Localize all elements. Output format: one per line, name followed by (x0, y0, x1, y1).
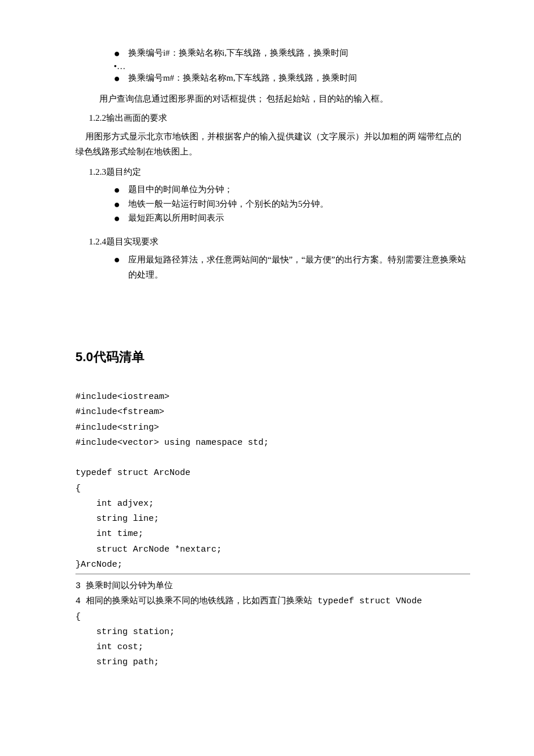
bullet-icon: ● (114, 213, 120, 224)
list-item: ● 应用最短路径算法，求任意两站间的“最快”，“最方便”的出行方案。特别需要注意… (75, 253, 470, 282)
heading-code-listing: 5.0代码清单 (75, 347, 470, 366)
section-123-title: 1.2.3题目约定 (89, 165, 470, 179)
document-page: ● 换乘编号i#：换乘站名称i,下车线路，换乘线路，换乘时间 •… ● 换乘编号… (0, 0, 534, 756)
transfer-bullet-list-2: ● 换乘编号m#：换乘站名称m,下车线路，换乘线路，换乘时间 (75, 71, 470, 85)
section-124-bullets: ● 应用最短路径算法，求任意两站间的“最快”，“最方便”的出行方案。特别需要注意… (75, 253, 470, 282)
transfer-bullet-list: ● 换乘编号i#：换乘站名称i,下车线路，换乘线路，换乘时间 (75, 46, 470, 60)
list-item: ● 换乘编号i#：换乘站名称i,下车线路，换乘线路，换乘时间 (75, 46, 470, 60)
bullet-text: 应用最短路径算法，求任意两站间的“最快”，“最方便”的出行方案。特别需要注意换乘… (128, 253, 470, 282)
footnote-separator (75, 574, 470, 574)
section-124-title: 1.2.4题目实现要求 (89, 235, 470, 249)
ellipsis-row: •… (75, 61, 470, 71)
bullet-text: 最短距离以所用时间表示 (128, 211, 224, 225)
bullet-text: 换乘编号m#：换乘站名称m,下车线路，换乘线路，换乘时间 (128, 71, 358, 85)
list-item: ● 题目中的时间单位为分钟； (75, 183, 470, 196)
bullet-icon: ● (114, 73, 120, 84)
section-122-title: 1.2.2输出画面的要求 (89, 111, 470, 125)
bullet-icon: ● (114, 199, 120, 210)
bullet-icon: ● (114, 254, 120, 265)
list-item: ● 地铁一般一站运行时间3分钟，个别长的站为5分钟。 (75, 197, 470, 211)
footnote-block: 3 换乘时间以分钟为单位 4 相同的换乘站可以换乘不同的地铁线路，比如西直门换乘… (75, 579, 470, 671)
section-122-body: 用图形方式显示北京市地铁图，并根据客户的输入提供建议（文字展示）并以加粗的两 端… (75, 129, 470, 160)
code-block-main: #include<iostream> #include<fstream> #in… (75, 390, 470, 573)
bullet-text: 地铁一般一站运行时间3分钟，个别长的站为5分钟。 (128, 197, 329, 211)
list-item: ● 换乘编号m#：换乘站名称m,下车线路，换乘线路，换乘时间 (75, 71, 470, 85)
bullet-icon: ● (114, 185, 120, 195)
paragraph-user-query: 用户查询信息通过图形界面的对话框提供； 包括起始站，目的站的输入框。 (75, 92, 470, 106)
section-123-bullets: ● 题目中的时间单位为分钟； ● 地铁一般一站运行时间3分钟，个别长的站为5分钟… (75, 183, 470, 225)
bullet-text: 题目中的时间单位为分钟； (128, 183, 233, 196)
list-item: ● 最短距离以所用时间表示 (75, 211, 470, 225)
bullet-icon: ● (114, 48, 120, 59)
bullet-text: 换乘编号i#：换乘站名称i,下车线路，换乘线路，换乘时间 (128, 46, 349, 60)
